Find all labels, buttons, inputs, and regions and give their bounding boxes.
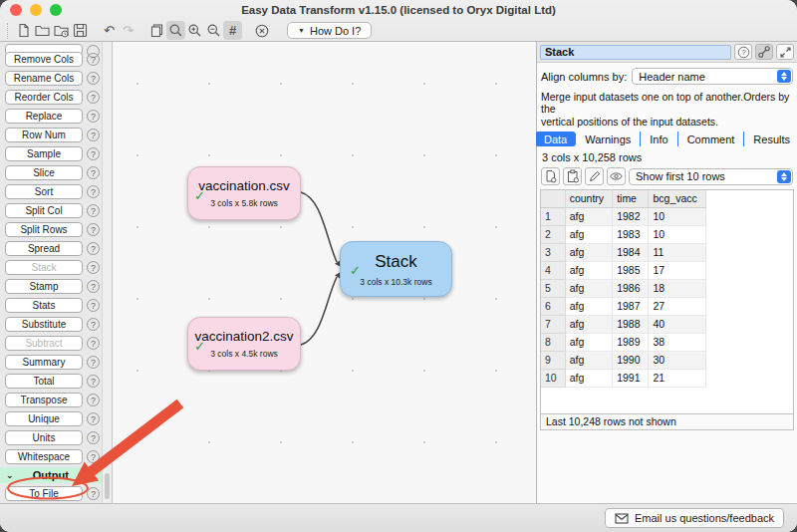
- help-icon[interactable]: ?: [87, 412, 100, 425]
- help-icon[interactable]: ?: [87, 166, 100, 179]
- row-number-cell[interactable]: 4: [541, 261, 565, 279]
- bcg-vacc-cell[interactable]: 18: [649, 279, 705, 297]
- email-feedback-button[interactable]: Email us questions/feedback: [605, 508, 784, 528]
- row-number-cell[interactable]: 10: [541, 369, 565, 387]
- transform-button[interactable]: Slice: [5, 165, 83, 180]
- help-icon[interactable]: ?: [87, 356, 100, 369]
- panel-tab[interactable]: Comment: [677, 132, 744, 146]
- bcg-vacc-cell[interactable]: 21: [649, 369, 705, 387]
- transform-button[interactable]: Split Col: [5, 203, 83, 218]
- time-cell[interactable]: 1982: [613, 207, 649, 225]
- bcg-vacc-cell[interactable]: 11: [649, 243, 705, 261]
- row-number-cell[interactable]: 3: [541, 243, 565, 261]
- transform-button[interactable]: Reorder Cols: [5, 90, 83, 105]
- panel-expand-button[interactable]: [776, 44, 794, 60]
- snap-grid-button[interactable]: #: [223, 21, 242, 40]
- zoom-out-button[interactable]: [204, 21, 223, 40]
- country-cell[interactable]: afg: [565, 351, 612, 369]
- row-number-cell[interactable]: 1: [541, 207, 565, 225]
- open-file-button[interactable]: [33, 21, 52, 40]
- flow-canvas[interactable]: ✓ vaccination.csv 3 cols x 5.8k rows ✓ v…: [113, 42, 536, 503]
- time-cell[interactable]: 1983: [613, 225, 649, 243]
- how-do-i-button[interactable]: ▼ How Do I?: [287, 22, 372, 39]
- bcg-vacc-cell[interactable]: 30: [649, 351, 705, 369]
- time-cell[interactable]: 1988: [613, 315, 649, 333]
- panel-help-button[interactable]: ?: [734, 44, 752, 60]
- show-rows-select[interactable]: Show first 10 rows: [629, 168, 793, 185]
- bcg-vacc-cell[interactable]: 40: [649, 315, 705, 333]
- country-cell[interactable]: afg: [565, 279, 612, 297]
- zoom-in-button[interactable]: [185, 21, 204, 40]
- edit-data-button[interactable]: [585, 167, 604, 185]
- bcg-vacc-cell[interactable]: 38: [649, 333, 705, 351]
- help-icon[interactable]: ?: [87, 147, 100, 160]
- help-icon[interactable]: ?: [87, 337, 100, 350]
- help-icon[interactable]: ?: [87, 375, 100, 388]
- country-cell[interactable]: afg: [565, 207, 612, 225]
- transform-button[interactable]: Unique: [5, 411, 83, 426]
- time-cell[interactable]: 1989: [613, 333, 649, 351]
- country-cell[interactable]: afg: [565, 261, 612, 279]
- time-cell[interactable]: 1984: [613, 243, 649, 261]
- help-icon[interactable]: ?: [87, 487, 100, 500]
- node-stack[interactable]: ✓ Stack 3 cols x 10.3k rows: [340, 241, 452, 297]
- column-header[interactable]: time: [613, 190, 649, 207]
- row-number-cell[interactable]: 7: [541, 315, 565, 333]
- time-cell[interactable]: 1991: [613, 369, 649, 387]
- row-number-cell[interactable]: 5: [541, 279, 565, 297]
- undo-button[interactable]: ↶: [100, 21, 119, 40]
- duplicate-button[interactable]: [147, 21, 166, 40]
- sidebar-section-output[interactable]: ⌄ Output: [0, 467, 102, 483]
- help-icon[interactable]: ?: [87, 72, 100, 85]
- help-icon[interactable]: ?: [87, 261, 100, 274]
- zoom-tool-button[interactable]: [166, 21, 185, 40]
- help-icon[interactable]: ?: [87, 185, 100, 198]
- country-cell[interactable]: afg: [565, 297, 612, 315]
- transform-button[interactable]: Sample: [5, 146, 83, 161]
- align-columns-select[interactable]: Header name: [632, 68, 793, 85]
- sidebar-scrollbar[interactable]: [102, 42, 113, 503]
- transform-button[interactable]: Units: [5, 430, 83, 445]
- open-recent-button[interactable]: [52, 21, 71, 40]
- transform-button[interactable]: Replace: [5, 109, 83, 124]
- time-cell[interactable]: 1987: [613, 297, 649, 315]
- column-header[interactable]: [541, 190, 565, 207]
- transform-button[interactable]: Remove Cols: [5, 52, 83, 67]
- to-file-button[interactable]: To File: [5, 486, 83, 501]
- time-cell[interactable]: 1986: [613, 279, 649, 297]
- country-cell[interactable]: afg: [565, 369, 612, 387]
- column-header[interactable]: country: [565, 190, 612, 207]
- copy-data-button[interactable]: [541, 167, 560, 185]
- row-number-cell[interactable]: 8: [541, 333, 565, 351]
- panel-tab[interactable]: Results: [743, 132, 797, 146]
- bcg-vacc-cell[interactable]: 17: [649, 261, 705, 279]
- paste-data-button[interactable]: [563, 167, 582, 185]
- transform-button[interactable]: Stamp: [5, 279, 83, 294]
- row-number-cell[interactable]: 9: [541, 351, 565, 369]
- country-cell[interactable]: afg: [565, 315, 612, 333]
- transform-button[interactable]: Whitespace: [5, 449, 83, 464]
- time-cell[interactable]: 1990: [613, 351, 649, 369]
- help-icon[interactable]: ?: [87, 318, 100, 331]
- bcg-vacc-cell[interactable]: 10: [649, 225, 705, 243]
- transform-button[interactable]: Split Rows: [5, 222, 83, 237]
- help-icon[interactable]: ?: [87, 299, 100, 312]
- row-number-cell[interactable]: 6: [541, 297, 565, 315]
- country-cell[interactable]: afg: [565, 333, 612, 351]
- transform-button[interactable]: Substitute: [5, 317, 83, 332]
- node-vaccination2-csv[interactable]: ✓ vaccination2.csv 3 cols x 4.5k rows: [187, 317, 301, 371]
- panel-tab[interactable]: Warnings: [576, 132, 640, 146]
- save-button[interactable]: [71, 21, 90, 40]
- help-icon[interactable]: ?: [87, 394, 100, 406]
- help-icon[interactable]: ?: [87, 242, 100, 255]
- help-icon[interactable]: ?: [87, 223, 100, 236]
- help-icon[interactable]: ?: [87, 91, 100, 104]
- node-vaccination-csv[interactable]: ✓ vaccination.csv 3 cols x 5.8k rows: [187, 166, 301, 220]
- transform-button[interactable]: Row Num: [5, 128, 83, 142]
- view-data-button[interactable]: [607, 167, 626, 185]
- transform-button[interactable]: Total: [5, 374, 83, 389]
- node-name-input[interactable]: Stack: [540, 45, 731, 60]
- transform-button[interactable]: Spread: [5, 241, 83, 256]
- row-number-cell[interactable]: 2: [541, 225, 565, 243]
- transform-button[interactable]: Transpose: [5, 393, 83, 407]
